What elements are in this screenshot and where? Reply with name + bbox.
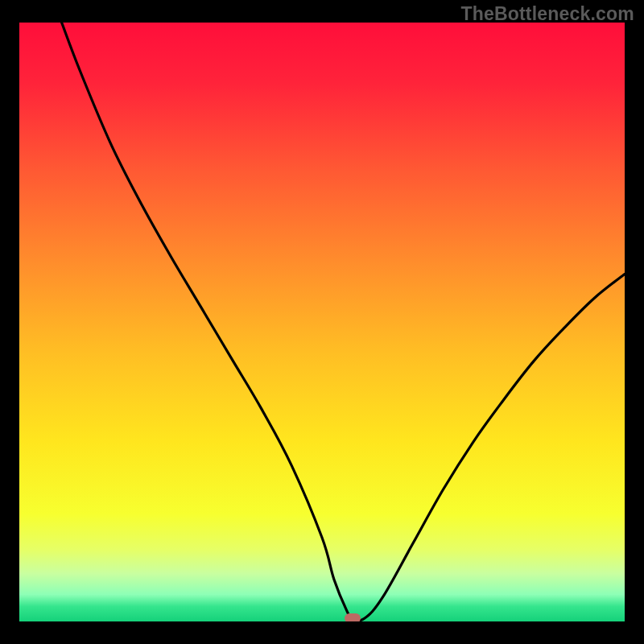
watermark-text: TheBottleneck.com [460, 3, 634, 25]
optimal-marker [345, 613, 361, 621]
chart-stage: TheBottleneck.com [0, 0, 644, 644]
plot-area [19, 23, 625, 621]
curve-layer [19, 23, 625, 621]
bottleneck-curve [62, 23, 625, 621]
